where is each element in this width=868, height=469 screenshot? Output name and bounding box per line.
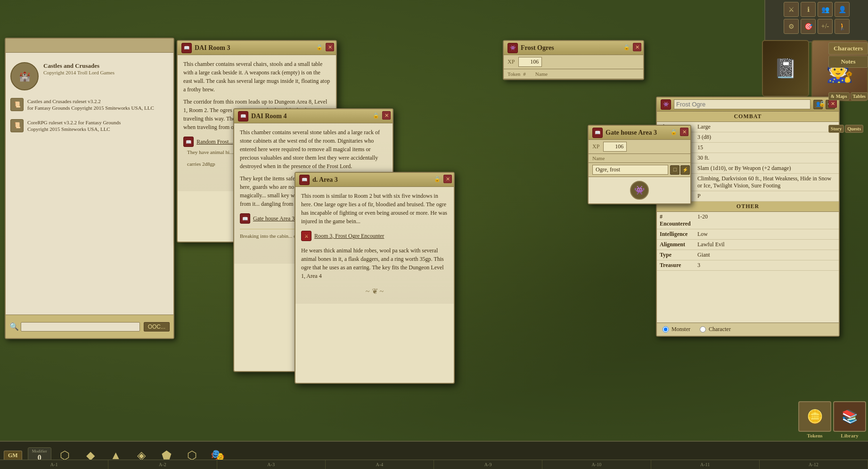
gatehouse-name-input[interactable]: [592, 165, 668, 175]
modifier-label: Modifier: [31, 449, 48, 453]
stat-value-intelligence: Low: [695, 229, 839, 240]
stat-value-ac: 15: [695, 143, 839, 153]
plusminus-toolbar-btn[interactable]: +/-: [818, 19, 833, 34]
room3-window-icon: 📖: [181, 43, 192, 53]
monster-label: Monster: [671, 326, 690, 333]
area3-title: d. Area 3: [312, 176, 450, 184]
module-panel-footer: 🔍 OOC...: [6, 315, 173, 338]
frost-ogre-lock-icon: 🔒: [818, 99, 827, 108]
frost-ogres-title-bar: 👾 Frost Ogres 🔒 ✕: [504, 41, 643, 55]
seg-a12[interactable]: A-12: [760, 460, 868, 469]
stat-row-encountered: # Encountered 1-20: [657, 212, 839, 229]
gatehouse-name-header: Name: [589, 154, 690, 163]
xp-label: XP: [508, 58, 515, 65]
module-title: Castles and Crusades: [43, 62, 115, 70]
combat-section-header: COMBAT: [657, 112, 839, 122]
frost-ogres-close-btn[interactable]: ✕: [633, 43, 641, 51]
room4-entry-icon1: 📖: [240, 213, 250, 224]
frost-ogres-title: Frost Ogres: [521, 44, 639, 52]
room4-close-btn[interactable]: ✕: [382, 111, 391, 120]
room3-lock-icon: 🔒: [315, 43, 324, 51]
info-toolbar-btn[interactable]: ℹ: [801, 2, 816, 17]
character-label: Character: [709, 326, 731, 333]
gatehouse-action-icon[interactable]: ⚡: [680, 165, 690, 175]
seg-a9[interactable]: A-9: [434, 460, 542, 469]
room4-para1: This chamber contains several stone tabl…: [240, 128, 387, 170]
room4-entry-text1: Gate house Area 3: [253, 214, 295, 223]
tables-panel-btn[interactable]: Tables: [851, 92, 868, 100]
walk-toolbar-btn[interactable]: 🚶: [835, 19, 850, 34]
seg-a1[interactable]: A-1: [0, 460, 108, 469]
area3-lock-icon: 🔒: [433, 175, 442, 183]
stat-value-move: 30 ft.: [695, 153, 839, 163]
frost-ogres-icon: 👾: [508, 43, 518, 53]
target-toolbar-btn[interactable]: 🎯: [801, 19, 816, 34]
top-toolbar: ⚔ ℹ 👥 👤 ⚙ 🎯 +/- 🚶: [764, 0, 868, 42]
gatehouse-checkbox-icon[interactable]: ☐: [670, 165, 680, 175]
stat-label-alignment: Alignment: [657, 240, 695, 250]
seg-a4[interactable]: A-4: [326, 460, 434, 469]
room3-close-btn[interactable]: ✕: [326, 43, 334, 51]
toolbar-row-2: ⚙ 🎯 +/- 🚶: [767, 19, 866, 34]
ruleset2-icon: 📜: [10, 119, 24, 132]
library-btn[interactable]: 📚 Library: [833, 401, 866, 438]
gatehouse-close-btn[interactable]: ✕: [680, 128, 688, 136]
module-search-input[interactable]: [21, 322, 140, 332]
area3-para1: This room is similar to Room 2 but with …: [301, 192, 448, 226]
area3-window: 📖 d. Area 3 🔒 ✕ This room is similar to …: [295, 172, 455, 384]
frost-ogre-sheet-footer: Monster Character: [657, 323, 839, 336]
search-icon: 🔍: [9, 322, 19, 331]
monster-radio[interactable]: [663, 326, 669, 332]
toolbar-row-1: ⚔ ℹ 👥 👤: [767, 2, 866, 17]
ruleset2-text: CoreRPG ruleset v3.2.2 for Fantasy Groun…: [27, 119, 121, 133]
story-panel-btn[interactable]: Story: [828, 125, 844, 133]
sword-toolbar-btn[interactable]: ⚔: [784, 2, 799, 17]
ooc-button[interactable]: OOC...: [144, 322, 170, 332]
library-icon: 📚: [833, 401, 866, 432]
stat-value-hd: 3 (d8): [695, 132, 839, 143]
seg-a11[interactable]: A-11: [651, 460, 760, 469]
module-item-ruleset1: 📜 Castles and Crusades ruleset v3.2.2 fo…: [10, 96, 169, 113]
seg-a2[interactable]: A-2: [108, 460, 217, 469]
notes-book-icon: 📓: [774, 57, 797, 80]
gatehouse-xp-value: 106: [603, 142, 627, 152]
stat-row-type: Type Giant: [657, 250, 839, 260]
token-label: Token: [508, 71, 520, 77]
stat-label-treasure: Treasure: [657, 260, 695, 271]
notes-panel-btn[interactable]: Notes: [828, 56, 868, 68]
area3-close-btn[interactable]: ✕: [443, 175, 452, 183]
gatehouse-xp-row: XP 106: [589, 140, 690, 154]
stat-label-type: Type: [657, 250, 695, 260]
room3-entry-text1: Random Frost...: [197, 137, 233, 146]
tokens-btn[interactable]: 🪙 Tokens: [798, 401, 831, 438]
quests-panel-btn[interactable]: Quests: [845, 125, 863, 133]
room4-title: DAI Room 4: [251, 113, 389, 120]
area3-body: This room is similar to Room 2 but with …: [295, 187, 454, 304]
gatehouse-icon: 📖: [592, 128, 603, 138]
module-main-text: Castles and Crusades Copyright 2014 Trol…: [43, 57, 115, 75]
module-panel-content: 🏰 Castles and Crusades Copyright 2014 Tr…: [6, 53, 173, 315]
other-stat-table: # Encountered 1-20 Intelligence Low Alig…: [657, 212, 839, 271]
stat-label-encountered: # Encountered: [657, 212, 695, 229]
area3-encounter-entry[interactable]: ⚔ Room 3, Frost Ogre Encounter: [301, 229, 448, 243]
tokens-label: Tokens: [807, 433, 822, 438]
gear-toolbar-btn[interactable]: ⚙: [784, 19, 799, 34]
hash-label: #: [523, 71, 526, 77]
group-toolbar-btn[interactable]: 👥: [818, 2, 833, 17]
character-radio[interactable]: [700, 326, 706, 332]
monster-radio-group: Monster: [663, 326, 690, 333]
stat-value-type: Giant: [695, 250, 839, 260]
stat-value-treasure: 3: [695, 260, 839, 271]
maps-panel-btn[interactable]: & Maps: [828, 92, 850, 100]
person-toolbar-btn[interactable]: 👤: [835, 2, 850, 17]
frost-ogre-title-bar: 👾 🔒 👤 💬 ✕: [657, 97, 839, 112]
stat-value-encountered: 1-20: [695, 212, 839, 229]
module-item-ruleset2: 📜 CoreRPG ruleset v3.2.2 for Fantasy Gro…: [10, 117, 169, 135]
ruleset1-icon: 📜: [10, 98, 24, 111]
character-radio-group: Character: [700, 326, 731, 333]
castle-icon: 🏰: [19, 71, 31, 82]
frost-ogre-name-input[interactable]: [674, 99, 811, 109]
seg-a10[interactable]: A-10: [542, 460, 651, 469]
seg-a3[interactable]: A-3: [217, 460, 326, 469]
characters-panel-btn[interactable]: Characters: [828, 42, 868, 55]
